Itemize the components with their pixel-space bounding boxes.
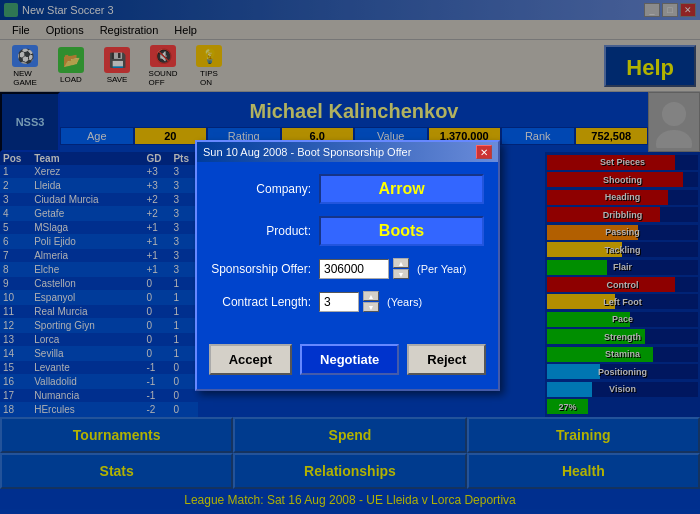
modal-overlay: Sun 10 Aug 2008 - Boot Sponsorship Offer… — [0, 0, 700, 514]
contract-input[interactable] — [319, 292, 359, 312]
negotiate-button[interactable]: Negotiate — [300, 344, 399, 375]
sponsorship-up[interactable]: ▲ — [393, 258, 409, 268]
contract-down[interactable]: ▼ — [363, 302, 379, 312]
contract-input-row: ▲ ▼ (Years) — [319, 291, 422, 312]
contract-row: Contract Length: ▲ ▼ (Years) — [211, 291, 484, 312]
contract-spinner[interactable]: ▲ ▼ — [363, 291, 379, 312]
years-label: (Years) — [387, 296, 422, 308]
modal-footer: Accept Negotiate Reject — [197, 336, 498, 389]
sponsorship-input[interactable] — [319, 259, 389, 279]
product-value: Boots — [319, 216, 484, 246]
sponsorship-modal: Sun 10 Aug 2008 - Boot Sponsorship Offer… — [195, 140, 500, 391]
sponsorship-spinner[interactable]: ▲ ▼ — [393, 258, 409, 279]
contract-label: Contract Length: — [211, 295, 311, 309]
product-label: Product: — [211, 224, 311, 238]
sponsorship-row: Sponsorship Offer: ▲ ▼ (Per Year) — [211, 258, 484, 279]
per-year-label: (Per Year) — [417, 263, 467, 275]
sponsorship-input-row: ▲ ▼ (Per Year) — [319, 258, 467, 279]
company-row: Company: Arrow — [211, 174, 484, 204]
company-label: Company: — [211, 182, 311, 196]
modal-title-bar: Sun 10 Aug 2008 - Boot Sponsorship Offer… — [197, 142, 498, 162]
contract-up[interactable]: ▲ — [363, 291, 379, 301]
sponsorship-down[interactable]: ▼ — [393, 269, 409, 279]
company-value: Arrow — [319, 174, 484, 204]
modal-body: Company: Arrow Product: Boots Sponsorshi… — [197, 162, 498, 336]
accept-button[interactable]: Accept — [209, 344, 292, 375]
reject-button[interactable]: Reject — [407, 344, 486, 375]
modal-close-button[interactable]: ✕ — [476, 145, 492, 159]
modal-title-text: Sun 10 Aug 2008 - Boot Sponsorship Offer — [203, 146, 411, 158]
sponsorship-label: Sponsorship Offer: — [211, 262, 311, 276]
product-row: Product: Boots — [211, 216, 484, 246]
